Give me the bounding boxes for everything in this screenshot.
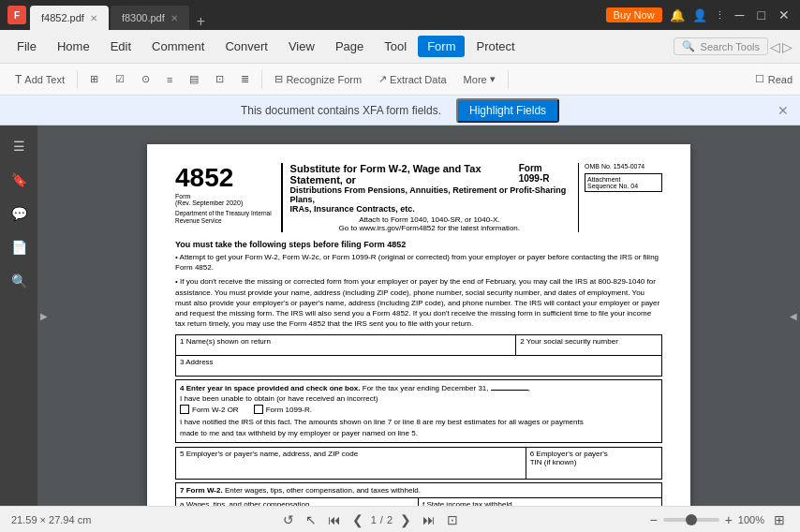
field5-label: 5 Employer's or payer's name, address, a… [180, 450, 358, 458]
zoom-in-button[interactable]: + [725, 512, 733, 527]
bullet2: • If you don't receive the missing or co… [175, 276, 662, 329]
add-text-icon: T [15, 73, 22, 86]
menu-comment[interactable]: Comment [142, 36, 214, 57]
add-text-button[interactable]: T Add Text [7, 70, 72, 89]
field3-cell: 3 Address [176, 356, 662, 377]
close-button[interactable]: ✕ [776, 7, 793, 22]
form-number: 4852 [175, 163, 272, 193]
attachment-box: Attachment Sequence No. 04 [585, 173, 662, 192]
pdf-area[interactable]: 4852 Form(Rev. September 2020) Departmen… [51, 126, 787, 506]
w2-checkbox[interactable] [180, 405, 189, 414]
left-panel: ☰ 🔖 💬 📄 🔍 [0, 126, 37, 506]
w2-label: Form W-2 OR [192, 406, 239, 414]
extract-data-button[interactable]: ↗ Extract Data [371, 70, 454, 88]
next-page-button[interactable]: ❯ [396, 510, 415, 529]
xfa-banner: This document contains XFA form fields. … [0, 96, 800, 126]
app-logo: F [7, 6, 26, 24]
zoom-slider[interactable] [663, 518, 719, 522]
more-button[interactable]: More ▾ [456, 70, 503, 88]
zoom-level: 100% [738, 514, 764, 525]
toolbar-btn-table[interactable]: ▤ [182, 70, 206, 88]
menu-home[interactable]: Home [48, 36, 99, 57]
buy-now-button[interactable]: Buy Now [606, 7, 662, 22]
left-panel-toggle[interactable]: ▶ [37, 126, 51, 506]
fit-window-button[interactable]: ⊞ [770, 510, 789, 529]
toolbar-btn-grid[interactable]: ⊞ [82, 70, 106, 88]
cursor-button[interactable]: ↖ [302, 510, 320, 529]
read-button[interactable]: ☐ Read [755, 73, 793, 85]
toolbar-btn-check[interactable]: ☑ [108, 70, 132, 88]
recognize-form-button[interactable]: ⊟ Recognize Form [267, 70, 369, 88]
f1099r-checkbox[interactable] [254, 405, 263, 414]
more-chevron-icon: ▾ [490, 73, 496, 85]
form-title3: IRAs, Insurance Contracts, etc. [290, 204, 569, 214]
page-total: 2 [387, 514, 393, 525]
add-tab-button[interactable]: + [191, 13, 211, 30]
pdf-page: 4852 Form(Rev. September 2020) Departmen… [147, 144, 690, 506]
xfa-close-button[interactable]: ✕ [778, 103, 789, 118]
field1-cell: 1 Name(s) shown on return [176, 335, 516, 356]
page-separator: / [380, 514, 383, 525]
panel-bookmark-icon[interactable]: 🔖 [6, 167, 32, 193]
tab-f4852-close[interactable]: ✕ [90, 13, 97, 23]
rotate-button[interactable]: ↺ [279, 510, 298, 529]
menu-file[interactable]: File [7, 36, 46, 57]
highlight-fields-button[interactable]: Highlight Fields [456, 98, 559, 123]
toolbar-btn-radio[interactable]: ⊙ [134, 70, 157, 88]
recognize-icon: ⊟ [274, 73, 283, 85]
bullet1: • Attempt to get your Form W-2, Form W-2… [175, 252, 662, 273]
field7-section: 7 Form W-2. Enter wages, tips, other com… [175, 482, 662, 506]
nav-forward-icon[interactable]: ▷ [782, 39, 793, 54]
list-icon: ≡ [167, 74, 172, 85]
field6-label: 6 Employer's or payer's TIN (if known) [530, 450, 608, 466]
tab-f8300[interactable]: f8300.pdf ✕ [111, 6, 189, 30]
search-icon: 🔍 [682, 40, 695, 52]
menu-dots-icon[interactable]: ⋮ [715, 9, 725, 22]
menu-edit[interactable]: Edit [101, 36, 141, 57]
menu-convert[interactable]: Convert [215, 36, 277, 57]
panel-pages-icon[interactable]: 📄 [6, 234, 32, 260]
menu-tool[interactable]: Tool [375, 36, 416, 57]
first-page-button[interactable]: ⏮ [324, 510, 345, 529]
last-page-button[interactable]: ⏭ [419, 510, 439, 529]
form-header: 4852 Form(Rev. September 2020) Departmen… [175, 163, 662, 232]
toolbar-btn-lines[interactable]: ≣ [233, 70, 257, 88]
fit-button[interactable]: ⊡ [443, 510, 462, 529]
f1099r-checkbox-label: Form 1099-R. [254, 405, 312, 414]
menu-view[interactable]: View [279, 36, 324, 57]
panel-search-icon[interactable]: 🔍 [6, 268, 32, 294]
search-tools[interactable]: 🔍 Search Tools [674, 37, 768, 55]
menu-form[interactable]: Form [418, 36, 465, 57]
check-icon: ☑ [115, 73, 125, 85]
form-sub: Form(Rev. September 2020) [175, 193, 272, 206]
field1-label: 1 Name(s) shown on return [180, 337, 511, 346]
zoom-out-button[interactable]: − [649, 512, 657, 527]
notification-icon[interactable]: 🔔 [670, 8, 685, 22]
minimize-button[interactable]: ─ [733, 7, 748, 22]
right-panel-toggle[interactable]: ◀ [787, 126, 800, 506]
panel-comment-icon[interactable]: 💬 [6, 200, 32, 227]
omb-label: OMB No. 1545-0074 [585, 163, 662, 170]
menu-protect[interactable]: Protect [467, 36, 524, 57]
tab-list: f4852.pdf ✕ f8300.pdf ✕ + [30, 0, 602, 30]
toolbar-separator-2 [261, 70, 262, 89]
toolbar-separator-3 [508, 70, 509, 89]
panel-nav-icon[interactable]: ☰ [6, 133, 32, 159]
table-icon: ▤ [189, 73, 199, 85]
page-navigation: ↺ ↖ ⏮ ❮ 1 / 2 ❯ ⏭ ⊡ [102, 510, 638, 529]
tab-f8300-close[interactable]: ✕ [170, 13, 178, 23]
toolbar-btn-list[interactable]: ≡ [159, 71, 180, 88]
row7f: f State income tax withheld [419, 498, 661, 506]
prev-page-button[interactable]: ❮ [348, 510, 367, 529]
w2-checkbox-label: Form W-2 OR [180, 405, 239, 414]
radio-icon: ⊙ [141, 73, 150, 85]
tab-f4852[interactable]: f4852.pdf ✕ [30, 6, 109, 30]
fields-1-3-table: 1 Name(s) shown on return 2 Your social … [175, 334, 662, 377]
maximize-button[interactable]: □ [755, 7, 768, 22]
lines-icon: ≣ [241, 73, 249, 85]
field4-section: 4 Enter year in space provided and check… [175, 379, 662, 442]
nav-back-icon[interactable]: ◁ [770, 39, 780, 54]
toolbar-btn-field[interactable]: ⊡ [208, 70, 231, 88]
menu-page[interactable]: Page [326, 36, 373, 57]
user-icon[interactable]: 👤 [692, 8, 707, 22]
